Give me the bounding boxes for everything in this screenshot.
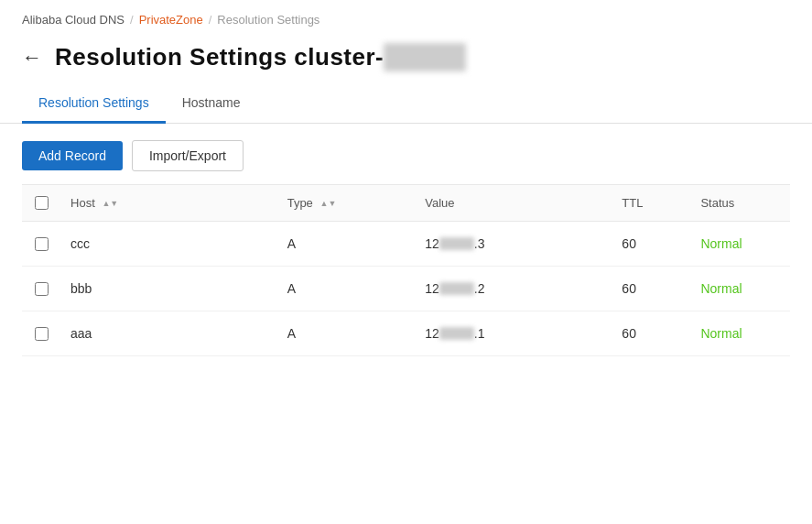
row-2-checkbox[interactable] (35, 282, 49, 296)
table-row: ccc A 12 .3 60 Normal (22, 222, 790, 267)
row-2-host: bbb (61, 267, 278, 311)
row-1-type: A (278, 222, 417, 267)
row-1-checkbox[interactable] (35, 237, 49, 251)
tabs-bar: Resolution Settings Hostname (0, 86, 812, 124)
table-row: bbb A 12 .2 60 Normal (22, 267, 790, 311)
page-title: Resolution Settings cluster-253880 (55, 43, 466, 71)
col-status: Status (691, 185, 790, 222)
row-1-value-blur (439, 237, 474, 250)
row-3-ttl: 60 (612, 311, 691, 356)
col-host-label: Host (70, 196, 95, 210)
row-1-checkbox-cell (22, 222, 61, 267)
col-status-label: Status (700, 196, 734, 210)
page-title-prefix: Resolution Settings cluster- (55, 43, 384, 71)
breadcrumb-current: Resolution Settings (217, 13, 319, 27)
select-all-checkbox[interactable] (35, 196, 49, 210)
row-2-value-prefix: 12 (425, 281, 439, 296)
tab-hostname[interactable]: Hostname (166, 86, 257, 124)
breadcrumb-sep-1: / (130, 13, 134, 27)
type-sort-icon[interactable]: ▲▼ (319, 200, 336, 208)
row-2-value-suffix: .2 (474, 281, 485, 296)
breadcrumb-dns[interactable]: Alibaba Cloud DNS (22, 13, 125, 27)
row-3-value-suffix: .1 (474, 326, 485, 341)
table-header-row: Host ▲▼ Type ▲▼ Value TTL Status (22, 185, 790, 222)
row-2-type: A (278, 267, 417, 311)
col-ttl-label: TTL (622, 196, 643, 210)
add-record-button[interactable]: Add Record (22, 141, 123, 170)
col-type-label: Type (287, 196, 313, 210)
tab-resolution-settings[interactable]: Resolution Settings (22, 86, 166, 124)
breadcrumb-sep-2: / (209, 13, 212, 27)
row-1-value: 12 .3 (416, 222, 612, 267)
col-ttl: TTL (612, 185, 691, 222)
col-type: Type ▲▼ (278, 185, 417, 222)
row-3-value: 12 .1 (416, 311, 612, 356)
row-2-value: 12 .2 (416, 267, 612, 311)
col-value: Value (416, 185, 612, 222)
row-3-checkbox[interactable] (35, 327, 49, 341)
row-2-value-blur (439, 282, 474, 295)
col-host: Host ▲▼ (61, 185, 278, 222)
page-header: ← Resolution Settings cluster-253880 (0, 36, 812, 86)
row-3-value-blur (439, 327, 474, 340)
row-3-checkbox-cell (22, 311, 61, 356)
records-table: Host ▲▼ Type ▲▼ Value TTL Status (22, 184, 790, 356)
row-2-ttl: 60 (612, 267, 691, 311)
row-3-host: aaa (61, 311, 278, 356)
row-1-value-prefix: 12 (425, 236, 439, 251)
row-2-status: Normal (691, 267, 790, 311)
row-3-value-prefix: 12 (425, 326, 439, 341)
host-sort-icon[interactable]: ▲▼ (102, 200, 118, 208)
table-row: aaa A 12 .1 60 Normal (22, 311, 790, 356)
row-1-host: ccc (61, 222, 278, 267)
row-3-type: A (278, 311, 417, 356)
col-checkbox (22, 185, 61, 222)
row-1-status: Normal (691, 222, 790, 267)
cluster-id: 253880 (384, 43, 466, 71)
breadcrumb-privatezone[interactable]: PrivateZone (139, 13, 203, 27)
toolbar: Add Record Import/Export (0, 124, 812, 184)
import-export-button[interactable]: Import/Export (132, 140, 244, 171)
col-value-label: Value (425, 196, 454, 210)
row-3-status: Normal (691, 311, 790, 356)
records-table-container: Host ▲▼ Type ▲▼ Value TTL Status (0, 184, 812, 356)
breadcrumb: Alibaba Cloud DNS / PrivateZone / Resolu… (0, 0, 812, 36)
row-2-checkbox-cell (22, 267, 61, 311)
row-1-value-suffix: .3 (474, 236, 485, 251)
back-button[interactable]: ← (22, 48, 42, 68)
row-1-ttl: 60 (612, 222, 691, 267)
